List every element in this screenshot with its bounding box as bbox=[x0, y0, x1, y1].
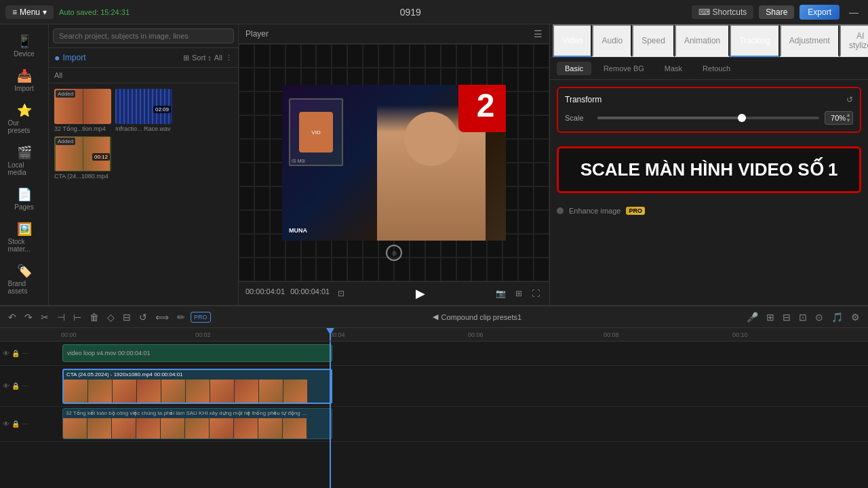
tab-ai-stylize[interactable]: AI stylize bbox=[840, 24, 868, 57]
redo-button[interactable]: ↷ bbox=[22, 310, 35, 324]
sidebar-item-media[interactable]: 🎬 Local media bbox=[3, 141, 46, 180]
fit-button[interactable]: ⊞ bbox=[513, 287, 525, 300]
assets-icon: 🏷️ bbox=[17, 264, 32, 279]
sidebar-item-assets[interactable]: 🏷️ Brand assets bbox=[3, 260, 46, 299]
all-tab[interactable]: All bbox=[54, 71, 62, 79]
crop-button[interactable]: ⊢ bbox=[71, 310, 84, 324]
track1-lock-button[interactable]: 🔒 bbox=[12, 350, 20, 357]
delete-button[interactable]: 🗑 bbox=[87, 310, 102, 324]
sidebar-item-pages[interactable]: 📄 Pages bbox=[3, 183, 46, 215]
sidebar-item-device[interactable]: 📱 Device bbox=[3, 30, 46, 62]
aspect-ratio-button[interactable]: ⊡ bbox=[335, 287, 347, 300]
fullscreen-button[interactable]: ⛶ bbox=[529, 287, 542, 300]
loop-button[interactable]: ↺ bbox=[136, 310, 150, 324]
audio-wave-button[interactable]: 🎵 bbox=[829, 310, 846, 324]
track3-lock-button[interactable]: 🔒 bbox=[12, 420, 20, 428]
media-item-2[interactable]: 02:09 Infractio... Race.wav bbox=[115, 89, 172, 132]
play-button[interactable]: ▶ bbox=[416, 286, 425, 301]
zoom-out-button[interactable]: ⊟ bbox=[780, 310, 793, 324]
export-button[interactable]: Export bbox=[800, 5, 840, 20]
ruler-mark-6: 00:06 bbox=[468, 331, 484, 338]
track1-more-button[interactable]: ⋯ bbox=[22, 350, 28, 357]
mirror-button[interactable]: ⟺ bbox=[153, 310, 172, 324]
split-button[interactable]: ✂ bbox=[38, 310, 52, 324]
media-search-input[interactable] bbox=[53, 28, 234, 43]
track3-more-button[interactable]: ⋯ bbox=[22, 420, 28, 428]
menu-button[interactable]: ≡ Menu ▾ bbox=[5, 5, 54, 19]
track1-eye-button[interactable]: 👁 bbox=[3, 350, 9, 357]
tab-tracking[interactable]: Tracking bbox=[730, 24, 780, 57]
sidebar-item-import[interactable]: 📥 Import bbox=[3, 64, 46, 96]
trim-button[interactable]: ⊣ bbox=[54, 310, 68, 324]
timeline-compound-label[interactable]: ◀ Compound clip presets1 bbox=[433, 312, 521, 321]
topbar-right: ⌨ Shortcuts Share Export — bbox=[692, 5, 863, 20]
enhance-toggle[interactable] bbox=[557, 207, 564, 214]
track2-more-button[interactable]: ⋯ bbox=[22, 382, 28, 390]
screenshot-button[interactable]: 📷 bbox=[493, 287, 509, 300]
time-badge-3: 00:12 bbox=[92, 153, 110, 161]
media-item-3[interactable]: Added 00:12 CTA (24...1080.mp4 bbox=[54, 136, 111, 180]
track2-lock-button[interactable]: 🔒 bbox=[12, 382, 20, 390]
playhead bbox=[330, 328, 331, 341]
tab-video[interactable]: Video bbox=[553, 24, 592, 57]
media-item-1[interactable]: Added 32 Tống...tion.mp4 bbox=[54, 89, 111, 132]
track3-eye-button[interactable]: 👁 bbox=[3, 420, 9, 428]
enhance-label: Enhance image bbox=[569, 207, 620, 215]
undo-button[interactable]: ↶ bbox=[5, 310, 19, 324]
sidebar-item-presets[interactable]: ⭐ Our presets bbox=[3, 99, 46, 138]
merge-button[interactable]: ⊟ bbox=[120, 310, 134, 324]
transform-section: Transform ↺ Scale 70% ▲ ▼ bbox=[557, 87, 861, 133]
keyboard-icon: ⌨ bbox=[698, 7, 710, 17]
transform-reset-button[interactable]: ↺ bbox=[846, 95, 853, 104]
media-label-2: Infractio... Race.wav bbox=[115, 125, 172, 132]
zoom-in-button[interactable]: ⊞ bbox=[764, 310, 777, 324]
player-title: Player bbox=[245, 29, 269, 39]
menu-label: Menu bbox=[20, 7, 40, 17]
player-menu-button[interactable]: ☰ bbox=[534, 28, 542, 39]
track2-eye-button[interactable]: 👁 bbox=[3, 382, 9, 390]
tab-animation[interactable]: Animation bbox=[675, 24, 730, 57]
import-button[interactable]: ● Import bbox=[54, 52, 85, 63]
sub-tab-mask[interactable]: Mask bbox=[656, 62, 690, 75]
scale-decrement-button[interactable]: ▼ bbox=[846, 118, 851, 123]
player-content: VID IS M0i MUNA 2 bbox=[282, 85, 506, 241]
snap-button[interactable]: ⊙ bbox=[812, 310, 826, 324]
fit-timeline-button[interactable]: ⊡ bbox=[796, 310, 810, 324]
track1-clip[interactable]: video loop v4.mov 00:00:04:01 bbox=[62, 344, 332, 362]
tab-adjustment[interactable]: Adjustment bbox=[780, 24, 840, 57]
shape-button[interactable]: ◇ bbox=[104, 310, 117, 324]
share-button[interactable]: Share bbox=[759, 5, 794, 19]
mic-button[interactable]: 🎤 bbox=[744, 310, 761, 324]
all-filter-button[interactable]: All bbox=[214, 54, 222, 62]
tab-speed[interactable]: Speed bbox=[632, 24, 675, 57]
tab-audio[interactable]: Audio bbox=[592, 24, 632, 57]
more-filter-button[interactable]: ⋮ bbox=[225, 54, 233, 62]
right-panel: Video Audio Speed Animation Tracking Adj… bbox=[549, 24, 868, 305]
shortcuts-button[interactable]: ⌨ Shortcuts bbox=[692, 5, 754, 19]
track2: CTA (24.05.2024) - 1920x1080.mp4 00:00:0… bbox=[61, 366, 868, 407]
player-center-control[interactable]: ◎ bbox=[386, 245, 402, 261]
track2-clip[interactable]: CTA (24.05.2024) - 1920x1080.mp4 00:00:0… bbox=[62, 369, 332, 404]
scale-slider[interactable] bbox=[597, 117, 819, 119]
settings-button[interactable]: ⚙ bbox=[848, 310, 863, 324]
scale-thumb[interactable] bbox=[738, 114, 746, 122]
compound-button[interactable]: PRO bbox=[191, 312, 211, 323]
sub-tab-retouch[interactable]: Retouch bbox=[694, 62, 738, 75]
sidebar-item-stock[interactable]: 🖼️ Stock mater... bbox=[3, 218, 46, 257]
sort-button[interactable]: Sort ↕ bbox=[192, 54, 212, 62]
timeline-toolbar: ↶ ↷ ✂ ⊣ ⊢ 🗑 ◇ ⊟ ↺ ⟺ ✏ PRO ◀ Compound cli… bbox=[0, 306, 868, 328]
media-icon: 🎬 bbox=[17, 145, 32, 160]
track3-clip[interactable]: 32 Tổng kết toàn bộ công việc chúng ta p… bbox=[62, 408, 332, 439]
ruler-mark-0: 00:00 bbox=[61, 331, 77, 338]
import-label: Import bbox=[62, 53, 85, 62]
player-time-total: 00:00:04:01 bbox=[290, 287, 330, 300]
track3-header: 👁 🔒 ⋯ bbox=[0, 407, 61, 442]
timeline-left-tools: ↶ ↷ ✂ ⊣ ⊢ 🗑 ◇ ⊟ ↺ ⟺ ✏ PRO bbox=[5, 310, 211, 324]
sub-tab-basic[interactable]: Basic bbox=[557, 62, 591, 75]
transform-header: Transform ↺ bbox=[565, 95, 853, 104]
sub-tab-remove-bg[interactable]: Remove BG bbox=[595, 62, 652, 75]
grid-view-button[interactable]: ⊞ bbox=[183, 54, 189, 62]
player-viewport: for(let i=0;i<200;i++) document.write('<… bbox=[239, 44, 549, 281]
edit-button[interactable]: ✏ bbox=[174, 310, 188, 324]
minimize-button[interactable]: — bbox=[845, 5, 863, 19]
